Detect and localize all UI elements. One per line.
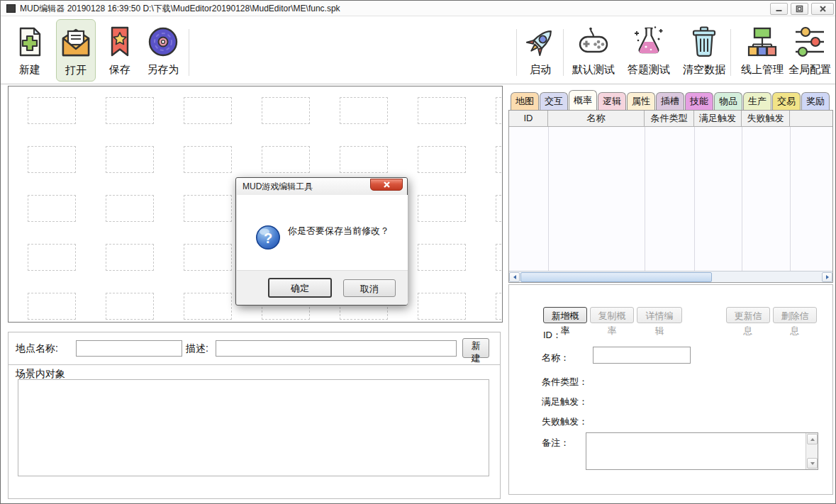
- svg-text:?: ?: [264, 230, 272, 246]
- map-cell[interactable]: [184, 293, 232, 320]
- sliders-icon: [793, 25, 827, 59]
- map-cell[interactable]: [28, 293, 76, 320]
- map-cell[interactable]: [184, 195, 232, 222]
- col-header-condition[interactable]: 条件类型: [645, 111, 694, 127]
- map-cell[interactable]: [496, 244, 503, 271]
- map-cell[interactable]: [106, 293, 154, 320]
- map-cell[interactable]: [340, 97, 388, 124]
- map-cell[interactable]: [28, 146, 76, 173]
- map-cell[interactable]: [418, 97, 466, 124]
- map-cell[interactable]: [106, 244, 154, 271]
- horizontal-scrollbar[interactable]: [509, 271, 832, 282]
- tab-skill[interactable]: 技能: [685, 92, 713, 110]
- map-cell[interactable]: [418, 293, 466, 320]
- toolbar-online-manage-button[interactable]: 线上管理: [735, 19, 789, 82]
- toolbar-button-label: 默认测试: [572, 63, 615, 77]
- app-icon: [6, 4, 16, 13]
- tab-production[interactable]: 生产: [743, 92, 771, 110]
- toolbar-new-button[interactable]: 新建: [11, 19, 48, 82]
- col-header-fail[interactable]: 失败触发: [742, 111, 790, 127]
- map-cell[interactable]: [418, 195, 466, 222]
- toolbar-quiz-test-button[interactable]: 答题测试: [622, 19, 676, 82]
- map-cell[interactable]: [496, 195, 503, 222]
- map-cell[interactable]: [28, 97, 76, 124]
- add-probability-button[interactable]: 新增概率: [543, 307, 587, 323]
- maximize-button[interactable]: [791, 3, 808, 15]
- toolbar-open-button[interactable]: 打开: [56, 19, 96, 82]
- map-cell[interactable]: [496, 293, 503, 320]
- map-cell[interactable]: [106, 97, 154, 124]
- toolbar-clear-data-button[interactable]: 清空数据: [677, 19, 731, 82]
- toolbar-save-button[interactable]: 保存: [101, 19, 138, 82]
- location-name-input[interactable]: [76, 340, 182, 357]
- edit-detail-button[interactable]: 详情编辑: [637, 307, 682, 323]
- map-cell[interactable]: [418, 146, 466, 173]
- update-info-button[interactable]: 更新信息: [726, 307, 770, 323]
- toolbar-default-test-button[interactable]: 默认测试: [567, 19, 620, 82]
- map-cell[interactable]: [184, 146, 232, 173]
- toolbar-saveas-button[interactable]: 另存为: [141, 19, 185, 82]
- map-cell[interactable]: [106, 146, 154, 173]
- dialog-body: ? 你是否要保存当前修改？: [237, 195, 408, 271]
- scroll-up-arrow[interactable]: [807, 434, 818, 444]
- map-cell[interactable]: [340, 146, 388, 173]
- condition-label: 条件类型：: [542, 376, 588, 388]
- delete-info-button[interactable]: 删除信息: [773, 307, 817, 323]
- new-location-button[interactable]: 新建: [462, 338, 489, 358]
- map-cell[interactable]: [184, 97, 232, 124]
- map-cell[interactable]: [28, 195, 76, 222]
- divider: [9, 364, 500, 365]
- column-divider: [742, 127, 742, 271]
- tab-attribute[interactable]: 属性: [627, 92, 655, 110]
- map-cell[interactable]: [28, 244, 76, 271]
- scene-objects-box[interactable]: [18, 379, 489, 476]
- map-cell[interactable]: [262, 146, 310, 173]
- scroll-right-arrow[interactable]: [822, 272, 832, 282]
- scroll-down-arrow[interactable]: [807, 458, 818, 469]
- map-cell[interactable]: [184, 244, 232, 271]
- save-icon: [103, 25, 137, 59]
- tab-interaction[interactable]: 交互: [540, 92, 568, 110]
- column-divider: [645, 127, 645, 271]
- minimize-button[interactable]: [770, 3, 788, 15]
- toolbar-separator: [516, 29, 517, 76]
- toolbar-launch-button[interactable]: 启动: [522, 19, 559, 82]
- ok-button[interactable]: 确定: [268, 278, 332, 298]
- fail-label: 失败触发：: [542, 415, 588, 428]
- dialog-close-button[interactable]: [370, 179, 403, 191]
- toolbar-button-label: 线上管理: [741, 63, 784, 77]
- close-button[interactable]: [811, 3, 834, 15]
- scroll-left-arrow[interactable]: [509, 272, 520, 282]
- remark-textarea[interactable]: [586, 432, 818, 470]
- dialog-footer: 确定 取消: [237, 271, 408, 305]
- close-icon: [383, 181, 391, 189]
- col-header-id[interactable]: ID: [509, 111, 548, 127]
- tab-reward[interactable]: 奖励: [801, 92, 830, 110]
- success-label: 满足触发：: [542, 396, 588, 408]
- name-input[interactable]: [593, 347, 691, 364]
- remark-scrollbar[interactable]: [806, 433, 818, 469]
- tab-trade[interactable]: 交易: [772, 92, 801, 110]
- col-header-name[interactable]: 名称: [548, 111, 645, 127]
- toolbar-button-label: 全局配置: [788, 63, 831, 77]
- map-cell[interactable]: [496, 146, 503, 173]
- toolbar-global-config-button[interactable]: 全局配置: [785, 19, 835, 82]
- tab-probability[interactable]: 概率: [569, 90, 597, 110]
- scrollbar-thumb[interactable]: [520, 272, 712, 282]
- launch-rocket-icon: [523, 25, 557, 59]
- tab-logic[interactable]: 逻辑: [598, 92, 626, 110]
- window-title: MUD编辑器 20190128 16:39:50 D:\下载\MudEditor…: [20, 1, 340, 16]
- dialog-title: MUD游戏编辑工具: [243, 178, 313, 195]
- trash-icon: [687, 25, 721, 59]
- map-cell[interactable]: [418, 244, 466, 271]
- col-header-success[interactable]: 满足触发: [694, 111, 742, 127]
- tab-map[interactable]: 地图: [511, 92, 539, 110]
- map-cell[interactable]: [262, 97, 310, 124]
- tab-slot[interactable]: 插槽: [656, 92, 684, 110]
- copy-probability-button[interactable]: 复制概率: [590, 307, 634, 323]
- description-input[interactable]: [216, 340, 457, 357]
- map-cell[interactable]: [496, 97, 503, 124]
- cancel-button[interactable]: 取消: [343, 279, 396, 297]
- map-cell[interactable]: [106, 195, 154, 222]
- tab-item[interactable]: 物品: [714, 92, 742, 110]
